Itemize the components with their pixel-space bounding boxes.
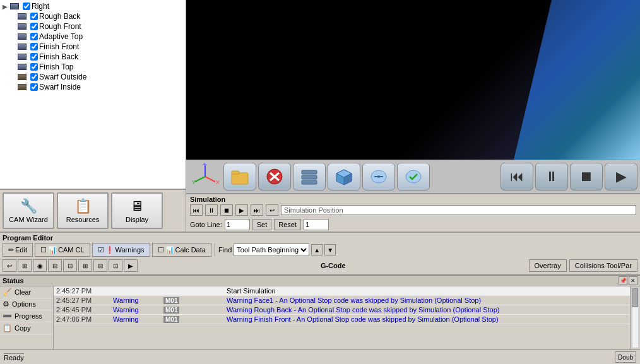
- status-time-3: 2:47:06 PM: [56, 315, 113, 323]
- stop-button[interactable]: ⏹: [570, 163, 603, 191]
- tree-item-rough-back[interactable]: Rough Back: [0, 11, 186, 21]
- status-badge-1: M01: [163, 296, 227, 304]
- tree-item-finish-top[interactable]: Finish Top: [0, 62, 186, 72]
- pause-button[interactable]: ⏸: [535, 163, 568, 191]
- warnings-button[interactable]: ☑ ❗ Warnings: [92, 243, 150, 257]
- tree-label-finish-top: Finish Top: [39, 62, 73, 71]
- layer-icon-rough-back: [18, 13, 28, 20]
- pe-tb2-btn4[interactable]: ⊟: [48, 259, 62, 272]
- status-content: 🧹 Clear ⚙ Options ➖ Progress 📋 Copy: [0, 286, 640, 349]
- copy-button[interactable]: 📋 Copy: [0, 322, 53, 334]
- copy-icon: 📋: [3, 324, 12, 332]
- pe-tb2-btn3[interactable]: ◉: [33, 259, 47, 272]
- sim-reset-button[interactable]: ↩: [266, 204, 278, 216]
- status-pin-button[interactable]: 📌: [619, 276, 627, 285]
- pe-tb2-btn1[interactable]: ↩: [3, 259, 16, 272]
- edit-button[interactable]: ✏ Edit: [3, 243, 33, 257]
- checkbox-adaptive-top[interactable]: [30, 33, 38, 40]
- tree-item-finish-front[interactable]: Finish Front: [0, 42, 186, 52]
- layers-button[interactable]: [293, 163, 326, 191]
- status-close-button[interactable]: ✕: [629, 276, 637, 285]
- sim-skip-button[interactable]: ⏭: [251, 204, 263, 216]
- sim-stop-button[interactable]: ⏹: [220, 204, 233, 216]
- svg-rect-12: [302, 175, 317, 179]
- options-button[interactable]: ⚙ Options: [0, 298, 53, 310]
- sim-play-button[interactable]: ▶: [235, 204, 248, 216]
- status-scrollbar[interactable]: [630, 286, 640, 349]
- expand-icon-right[interactable]: ▶: [3, 3, 10, 10]
- tree-item-rough-front[interactable]: Rough Front: [0, 21, 186, 32]
- folder-icon: [230, 168, 249, 185]
- display-button[interactable]: 🖥 Display: [111, 192, 163, 229]
- collisions-button[interactable]: Collisions Tool/Par: [569, 259, 637, 272]
- folder-button[interactable]: [223, 163, 256, 191]
- cube-icon: [335, 168, 353, 185]
- tree-item-swarf-inside[interactable]: Swarf Inside: [0, 82, 186, 92]
- svg-text:Z: Z: [203, 163, 207, 166]
- checkbox-finish-front[interactable]: [30, 43, 38, 50]
- resources-button[interactable]: 📋 Resources: [57, 192, 109, 229]
- checkbox-rough-back[interactable]: [30, 13, 38, 20]
- clear-button[interactable]: 🧹 Clear: [0, 286, 53, 298]
- checkbox-swarf-outside[interactable]: [30, 73, 38, 81]
- sim-first-button[interactable]: ⏮: [190, 204, 203, 216]
- svg-rect-6: [232, 173, 248, 184]
- main-container: ▶ Right Rough Back Rough Front: [0, 0, 640, 364]
- checkbox-right[interactable]: [23, 3, 30, 10]
- find-up-button[interactable]: ▲: [311, 244, 323, 255]
- resources-label: Resources: [66, 216, 100, 223]
- pe-tb2-btn8[interactable]: ⊡: [109, 259, 122, 272]
- pe-tb2-btn7[interactable]: ⊟: [93, 259, 107, 272]
- status-level-2: Warning: [113, 306, 163, 314]
- sim-pause-button[interactable]: ⏸: [205, 204, 218, 216]
- play-forward-button[interactable]: ▶: [605, 163, 637, 191]
- status-message-3: Warning Finish Front - An Optional Stop …: [227, 315, 627, 323]
- resources-icon: 📋: [74, 198, 92, 214]
- checkbox-finish-back[interactable]: [30, 53, 38, 61]
- layer-icon-rough-front: [18, 23, 28, 30]
- verify-button[interactable]: [397, 163, 430, 191]
- calc-data-icon: 📊: [165, 246, 174, 254]
- layer-icon-finish-back: [18, 53, 28, 61]
- tree-item-swarf-outside[interactable]: Swarf Outside: [0, 72, 186, 82]
- pe-tb2-btn2[interactable]: ⊞: [18, 259, 32, 272]
- simulation-bar: Simulation ⏮ ⏸ ⏹ ▶ ⏭ ↩ Simulation Positi…: [186, 194, 640, 217]
- set-button[interactable]: Set: [252, 219, 272, 230]
- tree-label-swarf-outside: Swarf Outside: [39, 73, 86, 81]
- goto-label: Goto Line:: [190, 221, 222, 228]
- overtray-button[interactable]: Overtray: [529, 259, 567, 272]
- goto-input[interactable]: [225, 219, 250, 230]
- pe-tb2-btn5[interactable]: ⊡: [63, 259, 77, 272]
- svg-point-20: [406, 170, 421, 183]
- pe-tb2-btn6[interactable]: ⊞: [78, 259, 92, 272]
- checkbox-swarf-inside[interactable]: [30, 83, 38, 91]
- progress-button[interactable]: ➖ Progress: [0, 310, 53, 322]
- reset-button[interactable]: Reset: [274, 219, 301, 230]
- cancel-button[interactable]: [258, 163, 291, 191]
- cube-button[interactable]: [328, 163, 360, 191]
- cam-cl-button[interactable]: ☐ 📊 CAM CL: [35, 243, 90, 257]
- layer-icon-adaptive-top: [18, 33, 28, 40]
- simulation-progress-bar[interactable]: Simulation Position: [281, 205, 636, 215]
- copy-label: Copy: [15, 324, 31, 332]
- pe-tb2-btn9[interactable]: ▶: [124, 259, 138, 272]
- checkbox-rough-front[interactable]: [30, 23, 38, 30]
- measure-button[interactable]: [362, 163, 395, 191]
- find-down-button[interactable]: ▼: [324, 244, 336, 255]
- status-message-1: Warning Face1 - An Optional Stop code wa…: [227, 296, 627, 304]
- tree-item-right[interactable]: ▶ Right: [0, 1, 186, 11]
- svg-point-19: [377, 175, 380, 178]
- cam-wizard-button[interactable]: 🔧 CAM Wizard: [3, 192, 54, 229]
- tree-item-adaptive-top[interactable]: Adaptive Top: [0, 32, 186, 42]
- status-badge-2: M01: [163, 306, 227, 314]
- reset-value-input[interactable]: [304, 219, 329, 230]
- viewport[interactable]: [186, 0, 640, 160]
- calc-data-button[interactable]: ☐ 📊 Calc Data: [152, 243, 211, 257]
- scrollbar-thumb[interactable]: [632, 288, 638, 307]
- checkbox-finish-top[interactable]: [30, 63, 38, 71]
- doub-button[interactable]: Doub: [615, 351, 636, 363]
- scrollbar-track[interactable]: [632, 288, 639, 348]
- tree-item-finish-back[interactable]: Finish Back: [0, 52, 186, 62]
- rewind-button[interactable]: ⏮: [501, 163, 533, 191]
- find-select[interactable]: Tool Path Beginning: [234, 244, 309, 256]
